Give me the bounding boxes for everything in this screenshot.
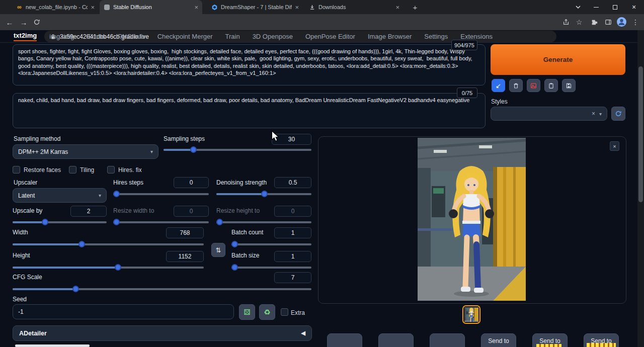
sampling-method-value: DPM++ 2M Karras (18, 148, 68, 155)
thumbnail-image (464, 307, 478, 322)
tab-png-info[interactable]: PNG Info (118, 33, 144, 40)
upscale-by-value[interactable] (70, 206, 107, 217)
gallery-close-button[interactable]: × (610, 141, 619, 151)
generated-image[interactable] (418, 138, 526, 301)
hires-fix-checkbox[interactable] (107, 166, 115, 173)
tab-openpose-editor[interactable]: OpenPose Editor (305, 33, 355, 40)
recycle-icon: ♻ (264, 308, 270, 317)
bookmark-star-icon[interactable]: ☆ (575, 18, 584, 27)
window-maximize-button[interactable] (606, 0, 623, 14)
gallery-thumbnail-selected[interactable] (462, 305, 480, 324)
tab-extras[interactable]: Extras (87, 33, 105, 40)
resize-width-slider[interactable] (113, 219, 209, 226)
tab-image-browser[interactable]: Image Browser (368, 33, 412, 40)
swap-width-height-button[interactable]: ⇅ (211, 243, 225, 257)
send-to-img2img-button[interactable]: Send to (481, 333, 516, 347)
restore-faces-checkbox[interactable] (13, 166, 20, 173)
browser-menu-kebab-icon[interactable]: ⋮ (631, 18, 640, 27)
batch-size-value[interactable] (274, 251, 311, 262)
tiling-checkbox[interactable] (69, 166, 76, 173)
negative-prompt-input[interactable]: naked, child, bad hand, bad draw, bad dr… (13, 93, 486, 128)
tab-close-icon[interactable]: × (194, 4, 198, 11)
sampling-method-dropdown[interactable]: DPM++ 2M Karras ▾ (13, 144, 158, 159)
upscale-by-slider[interactable] (13, 219, 107, 226)
denoising-strength-value[interactable] (274, 177, 311, 188)
minimize-icon (594, 7, 599, 8)
tab-checkpoint-merger[interactable]: Checkpoint Merger (157, 33, 213, 40)
browser-tab-dreamshaper[interactable]: DreamShaper - 7 | Stable Diffusi × (207, 0, 303, 14)
arrow-down-left-icon: ↙ (496, 82, 501, 90)
window-minimize-button[interactable] (588, 0, 605, 14)
back-button[interactable]: ← (5, 18, 14, 27)
resize-height-value[interactable] (274, 206, 311, 217)
paste-params-button[interactable]: ↙ (492, 79, 505, 92)
apply-styles-button[interactable] (544, 79, 558, 92)
profile-avatar[interactable] (617, 17, 626, 27)
new-tab-button[interactable]: + (409, 0, 422, 14)
cfg-scale-value[interactable] (274, 272, 311, 283)
extensions-puzzle-icon[interactable] (590, 18, 599, 27)
adetailer-accordion[interactable]: ADetailer ◀ (13, 325, 312, 341)
hires-steps-slider[interactable] (113, 191, 209, 198)
kebab-glyph: ⋮ (632, 18, 639, 26)
cfg-scale-slider[interactable] (13, 286, 311, 293)
seed-input[interactable] (13, 304, 234, 319)
width-slider[interactable] (13, 241, 204, 248)
denoising-strength-slider[interactable] (216, 191, 311, 198)
close-icon: × (613, 143, 616, 149)
clear-prompt-button[interactable] (509, 79, 523, 92)
height-value[interactable] (166, 251, 204, 262)
window-close-button[interactable]: × (625, 0, 642, 14)
generate-button[interactable]: Generate (491, 44, 625, 75)
forward-button[interactable]: → (19, 18, 28, 27)
tab-settings[interactable]: Settings (424, 33, 448, 40)
refresh-styles-button[interactable] (611, 107, 625, 121)
browser-tab-stable-diffusion[interactable]: Stable Diffusion × (100, 0, 202, 14)
extra-networks-button[interactable] (527, 79, 540, 92)
browser-tab-downloads[interactable]: Downloads × (305, 0, 404, 14)
trash-icon (513, 82, 519, 89)
batch-count-value[interactable] (274, 227, 311, 238)
styles-dropdown[interactable]: × ▾ (491, 107, 607, 121)
tab-search-chevron-icon[interactable] (570, 0, 587, 14)
height-slider[interactable] (13, 264, 204, 271)
page-scrollbar[interactable] (637, 30, 644, 347)
random-seed-button[interactable]: ⚄ (239, 304, 255, 320)
collapse-arrow-icon: ◀ (301, 330, 305, 336)
batch-count-slider[interactable] (231, 241, 311, 248)
width-value[interactable] (166, 227, 204, 238)
side-panel-icon[interactable] (604, 18, 613, 27)
civitai-favicon (211, 4, 218, 11)
save-style-button[interactable] (562, 79, 576, 92)
seed-extra-checkbox[interactable] (281, 308, 288, 316)
hires-steps-value[interactable] (174, 177, 209, 188)
scrollbar-thumb[interactable] (638, 66, 643, 202)
tab-txt2img[interactable]: txt2img (14, 32, 37, 41)
reload-button[interactable] (32, 18, 41, 27)
upscaler-dropdown[interactable]: Latent ▾ (13, 188, 107, 203)
tab-img2img[interactable]: img2img (49, 33, 74, 40)
sampling-steps-slider[interactable] (164, 146, 311, 153)
resize-width-value[interactable] (174, 206, 209, 217)
clear-selection-icon[interactable]: × (592, 110, 595, 117)
gallery-button-cropped[interactable] (327, 333, 362, 347)
prompt-input[interactable]: sport shoes, fighter, fight, fight Glove… (13, 44, 486, 85)
tab-close-icon[interactable]: × (295, 4, 299, 11)
tab-3d-openpose[interactable]: 3D Openpose (253, 33, 293, 40)
tab-train[interactable]: Train (225, 33, 240, 40)
resize-height-label: Resize height to (216, 207, 260, 214)
batch-size-slider[interactable] (231, 264, 311, 271)
star-glyph: ☆ (576, 18, 583, 26)
reuse-seed-button[interactable]: ♻ (259, 304, 275, 320)
gallery-button-cropped[interactable] (378, 333, 414, 347)
share-icon[interactable] (561, 18, 571, 27)
gallery-button-cropped[interactable] (430, 333, 465, 347)
resize-height-slider[interactable] (216, 219, 311, 226)
tab-extensions[interactable]: Extensions (460, 33, 493, 40)
tab-close-icon[interactable]: × (91, 4, 95, 11)
tab-close-icon[interactable]: × (395, 4, 399, 11)
browser-tab-colab[interactable]: ∞ new_colab_file.ipynb - Colaborat × (12, 0, 99, 14)
cfg-scale-label: CFG Scale (13, 274, 42, 281)
maximize-icon (613, 5, 617, 10)
reload-icon (33, 19, 40, 26)
